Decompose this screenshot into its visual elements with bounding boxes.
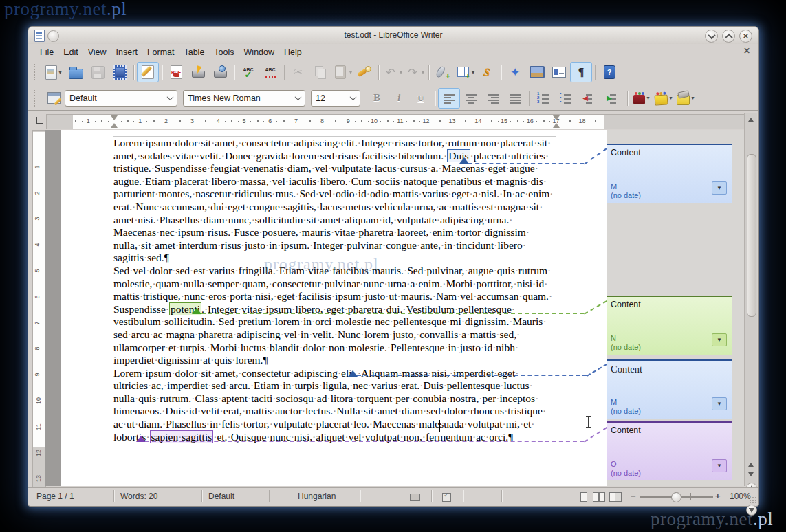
menu-format[interactable]: Format bbox=[142, 46, 179, 58]
scrollbar-thumb[interactable] bbox=[747, 154, 756, 317]
paragraph-style-select[interactable]: Default bbox=[65, 90, 177, 107]
print-direct-button[interactable] bbox=[187, 62, 209, 82]
scroll-up-button[interactable] bbox=[747, 115, 755, 124]
draw-functions-icon: S bbox=[479, 64, 496, 81]
data-sources-button[interactable] bbox=[548, 62, 570, 82]
spelling-button[interactable]: ABC bbox=[237, 62, 259, 82]
minimize-button[interactable] bbox=[705, 30, 718, 43]
paste-dropdown[interactable]: ▾ bbox=[349, 69, 352, 76]
font-color-button[interactable]: ▾ bbox=[631, 88, 653, 109]
comment-box[interactable]: ContentO(no date)▼ bbox=[607, 421, 732, 480]
open-button[interactable] bbox=[65, 62, 87, 82]
multi-page-view-button[interactable] bbox=[592, 492, 604, 502]
insert-mode-icon[interactable] bbox=[410, 494, 420, 501]
menu-insert[interactable]: Insert bbox=[111, 46, 142, 58]
toolbar-grip[interactable] bbox=[34, 90, 39, 107]
scroll-up-button[interactable] bbox=[747, 461, 755, 469]
menu-tools[interactable]: Tools bbox=[209, 46, 239, 58]
formatting-marks-button[interactable]: ¶ bbox=[570, 62, 592, 82]
insert-table-button[interactable]: ▾ bbox=[454, 62, 476, 82]
increase-indent-button[interactable]: ▶ bbox=[600, 88, 624, 109]
close-window-button[interactable]: ✕ bbox=[739, 30, 752, 43]
menu-window[interactable]: Window bbox=[239, 46, 279, 58]
single-page-view-button[interactable] bbox=[577, 492, 589, 502]
comment-menu-button[interactable]: ▼ bbox=[712, 333, 727, 346]
zoom-in-button[interactable]: + bbox=[715, 491, 721, 501]
align-center-button[interactable] bbox=[460, 88, 482, 109]
indent-marker[interactable] bbox=[111, 123, 118, 128]
space-mark: · bbox=[416, 329, 419, 340]
space-mark: · bbox=[438, 162, 441, 174]
indent-marker[interactable] bbox=[111, 115, 118, 120]
zoom-out-button[interactable]: − bbox=[631, 491, 636, 501]
title-bar[interactable]: test.odt - LibreOffice Writer ✕ bbox=[28, 27, 758, 45]
status-page-style[interactable]: Default bbox=[208, 491, 234, 501]
export-pdf-button[interactable]: PDF bbox=[165, 62, 187, 82]
new-document-dropdown[interactable]: ▾ bbox=[58, 69, 61, 76]
background-color-button[interactable]: ▾ bbox=[675, 88, 697, 109]
indent-marker[interactable] bbox=[553, 123, 560, 128]
font-size-select[interactable]: 12 bbox=[311, 90, 360, 107]
menu-view[interactable]: View bbox=[83, 46, 111, 58]
menu-help[interactable]: Help bbox=[279, 46, 307, 58]
page-preview-button[interactable] bbox=[209, 62, 231, 82]
comment-menu-button[interactable]: ▼ bbox=[712, 459, 727, 472]
tab-stop-selector[interactable] bbox=[32, 114, 45, 128]
vertical-ruler[interactable]: 12345678910111213 bbox=[32, 130, 46, 487]
auto-spellcheck-button[interactable]: ABC bbox=[259, 62, 281, 82]
font-name-select[interactable]: Times New Roman bbox=[183, 90, 305, 107]
align-justify-button[interactable] bbox=[504, 88, 526, 109]
highlighting-dropdown[interactable]: ▾ bbox=[669, 95, 672, 101]
comment-menu-button[interactable]: ▼ bbox=[712, 397, 727, 410]
insert-table-dropdown[interactable]: ▾ bbox=[472, 69, 474, 76]
background-color-dropdown[interactable]: ▾ bbox=[691, 95, 694, 101]
horizontal-ruler[interactable]: 1123456789101112131415161718 bbox=[46, 114, 745, 129]
hyperlink-button[interactable] bbox=[432, 62, 454, 82]
status-zoom-level[interactable]: 100% bbox=[730, 491, 751, 501]
bold-button[interactable]: B bbox=[366, 88, 388, 109]
gallery-button[interactable] bbox=[526, 62, 548, 82]
edit-file-button[interactable] bbox=[137, 62, 159, 82]
next-page-button[interactable] bbox=[746, 505, 757, 516]
status-word-count[interactable]: Words: 20 bbox=[120, 491, 157, 501]
pilcrow-mark: ¶ bbox=[164, 252, 169, 263]
comment-box[interactable]: ContentM(no date)▼ bbox=[607, 144, 732, 203]
indent-marker[interactable] bbox=[553, 115, 560, 120]
zoom-slider-knob[interactable] bbox=[671, 492, 681, 502]
menu-edit[interactable]: Edit bbox=[58, 46, 83, 58]
format-paintbrush-button[interactable] bbox=[353, 62, 375, 82]
draw-functions-button[interactable]: S bbox=[476, 62, 498, 82]
maximize-button[interactable] bbox=[722, 30, 735, 43]
comment-menu-button[interactable]: ▼ bbox=[712, 181, 727, 195]
document-as-email-button[interactable] bbox=[109, 62, 131, 82]
document-text[interactable]: Lorem·​ipsum·​dolor·​sit·​amet,·​consect… bbox=[113, 137, 556, 443]
comment-box[interactable]: ContentN(no date)▼ bbox=[607, 296, 732, 355]
scroll-down-button[interactable] bbox=[747, 470, 755, 478]
close-document-button[interactable]: ✕ bbox=[743, 46, 750, 56]
undo-dropdown[interactable]: ▾ bbox=[400, 69, 402, 76]
help-button[interactable]: ? bbox=[598, 62, 620, 82]
numbering-button[interactable] bbox=[532, 88, 554, 109]
underline-button[interactable]: U bbox=[410, 88, 432, 109]
status-page-number[interactable]: Page 1 / 1 bbox=[36, 491, 74, 501]
styles-panel-button[interactable] bbox=[43, 88, 65, 109]
menu-table[interactable]: Table bbox=[179, 46, 209, 58]
font-color-dropdown[interactable]: ▾ bbox=[646, 95, 649, 101]
selection-mode-icon[interactable] bbox=[442, 493, 451, 502]
align-left-button[interactable] bbox=[438, 88, 460, 109]
comment-box[interactable]: ContentM(no date)▼ bbox=[607, 359, 732, 419]
bullets-button[interactable] bbox=[554, 88, 576, 109]
document-viewport[interactable]: Lorem·​ipsum·​dolor·​sit·​amet,·​consect… bbox=[45, 130, 744, 486]
navigator-button[interactable]: ✦ bbox=[504, 62, 526, 82]
highlighting-button[interactable]: ▾ bbox=[653, 88, 675, 109]
status-language[interactable]: Hungarian bbox=[298, 491, 336, 501]
toolbar-grip[interactable] bbox=[34, 64, 39, 80]
italic-button[interactable]: i bbox=[388, 88, 410, 109]
align-right-button[interactable] bbox=[482, 88, 504, 109]
menu-file[interactable]: File bbox=[35, 46, 58, 58]
new-document-button[interactable]: ▾ bbox=[43, 62, 65, 82]
book-view-button[interactable] bbox=[609, 492, 621, 502]
resize-grip[interactable] bbox=[749, 496, 756, 503]
redo-dropdown[interactable]: ▾ bbox=[422, 69, 424, 76]
decrease-indent-button[interactable]: ◀ bbox=[576, 88, 600, 109]
